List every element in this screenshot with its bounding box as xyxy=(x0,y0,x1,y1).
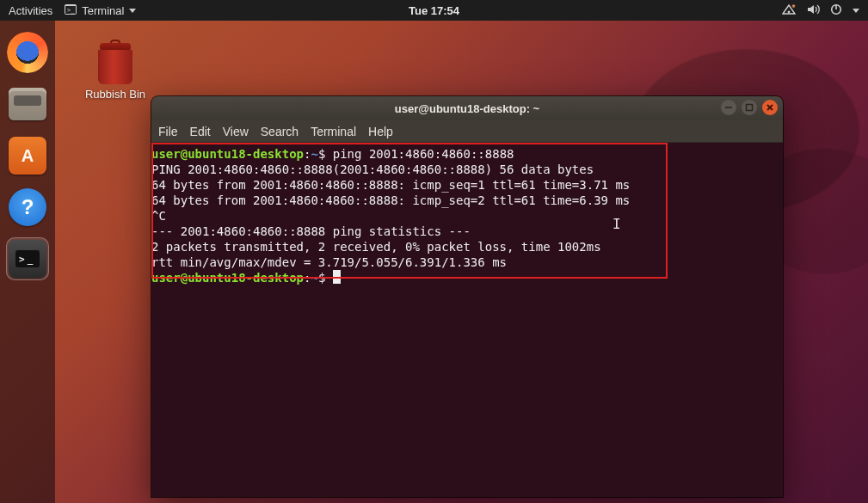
system-menu-chevron-icon[interactable] xyxy=(853,9,859,13)
firefox-icon xyxy=(9,34,46,71)
network-status-icon[interactable]: ? xyxy=(782,3,796,18)
chevron-down-icon xyxy=(129,9,136,13)
window-minimize-button[interactable] xyxy=(721,100,736,115)
desktop-icon-trash[interactable]: Rubbish Bin xyxy=(79,43,151,101)
svg-rect-8 xyxy=(725,107,732,108)
terminal-content: user@ubuntu18-desktop:~$ ping 2001:4860:… xyxy=(151,146,778,285)
dock-help[interactable]: ? xyxy=(6,186,49,229)
help-icon: ? xyxy=(9,188,46,226)
menu-file[interactable]: File xyxy=(158,125,178,138)
terminal-icon xyxy=(9,240,46,278)
dock-files[interactable] xyxy=(6,83,49,126)
dock-firefox[interactable] xyxy=(6,31,49,74)
menu-help[interactable]: Help xyxy=(368,125,393,138)
menu-terminal[interactable]: Terminal xyxy=(311,125,356,138)
app-menu-label: Terminal xyxy=(82,4,124,17)
window-maximize-button[interactable] xyxy=(742,100,757,115)
window-titlebar[interactable]: user@ubuntu18-desktop: ~ xyxy=(151,96,783,120)
gnome-topbar: Activities >_ Terminal Tue 17:54 ? xyxy=(0,0,868,21)
ibeam-cursor-icon: I xyxy=(613,217,621,232)
software-icon xyxy=(9,137,46,175)
svg-point-3 xyxy=(788,10,791,13)
terminal-mini-icon: >_ xyxy=(65,4,77,17)
files-icon xyxy=(9,88,46,120)
terminal-menubar: File Edit View Search Terminal Help xyxy=(151,120,783,143)
menu-edit[interactable]: Edit xyxy=(190,125,211,138)
power-icon[interactable] xyxy=(830,3,842,18)
window-title: user@ubuntu18-desktop: ~ xyxy=(395,102,539,115)
window-close-button[interactable] xyxy=(762,100,778,115)
app-menu[interactable]: >_ Terminal xyxy=(65,4,136,17)
dock-software[interactable] xyxy=(6,134,49,177)
dock: ? xyxy=(0,21,55,503)
text-cursor-block xyxy=(333,270,341,284)
desktop-icon-label: Rubbish Bin xyxy=(79,88,151,101)
terminal-window[interactable]: user@ubuntu18-desktop: ~ File Edit View … xyxy=(151,96,783,497)
activities-button[interactable]: Activities xyxy=(9,4,52,17)
menu-search[interactable]: Search xyxy=(261,125,299,138)
terminal-viewport[interactable]: user@ubuntu18-desktop:~$ ping 2001:4860:… xyxy=(151,143,783,497)
svg-text:>_: >_ xyxy=(67,7,75,14)
menu-view[interactable]: View xyxy=(223,125,249,138)
svg-rect-7 xyxy=(835,4,837,9)
volume-icon[interactable] xyxy=(806,3,820,18)
svg-rect-9 xyxy=(747,105,753,111)
dock-terminal[interactable] xyxy=(6,237,49,280)
trash-icon xyxy=(93,43,138,84)
